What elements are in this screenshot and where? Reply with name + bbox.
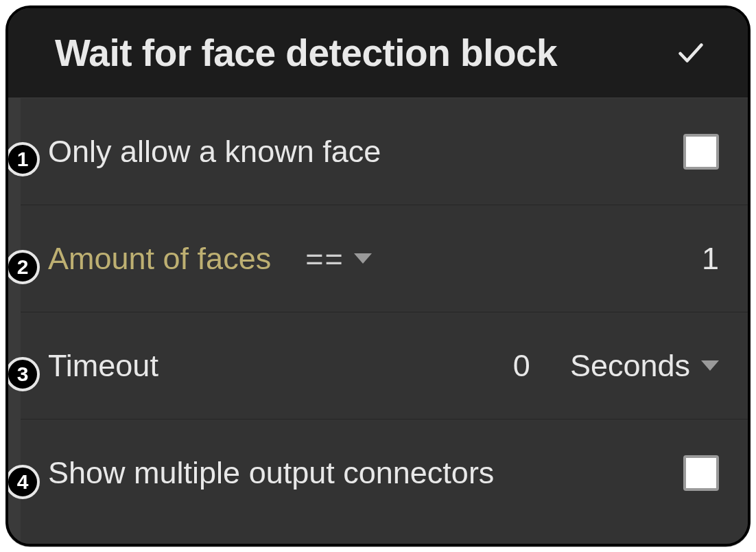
operator-value: ==: [305, 241, 344, 277]
timeout-unit-value: Seconds: [570, 348, 690, 384]
row-only-allow-known-face: Only allow a known face: [21, 98, 748, 205]
rows-container: Only allow a known face Amount of faces …: [21, 97, 748, 544]
timeout-label: Timeout: [48, 348, 158, 384]
row-show-multiple-output-connectors: Show multiple output connectors: [21, 419, 748, 527]
scrollbar-thumb[interactable]: [748, 97, 751, 141]
annotation-badge-2: 2: [5, 250, 40, 284]
show-multiple-output-connectors-checkbox[interactable]: [683, 455, 719, 491]
only-allow-known-face-label: Only allow a known face: [48, 134, 381, 170]
timeout-unit-dropdown[interactable]: Seconds: [570, 348, 719, 384]
annotation-badge-3: 3: [5, 357, 40, 391]
show-multiple-output-connectors-label: Show multiple output connectors: [48, 455, 494, 491]
check-icon: [675, 37, 707, 69]
row-amount-of-faces: Amount of faces == 1: [21, 205, 748, 312]
chevron-down-icon: [701, 360, 719, 371]
timeout-value[interactable]: 0: [513, 348, 530, 384]
panel-title: Wait for face detection block: [55, 31, 557, 75]
annotation-badge-4: 4: [5, 465, 40, 499]
amount-of-faces-value[interactable]: 1: [702, 241, 719, 277]
only-allow-known-face-checkbox[interactable]: [683, 134, 719, 170]
row-timeout: Timeout 0 Seconds: [21, 312, 748, 419]
settings-panel: Wait for face detection block Only allow…: [5, 5, 751, 547]
annotation-badge-1: 1: [5, 142, 40, 176]
panel-body: Only allow a known face Amount of faces …: [21, 97, 748, 544]
amount-of-faces-label: Amount of faces: [48, 241, 271, 277]
amount-of-faces-operator-dropdown[interactable]: ==: [305, 241, 372, 277]
confirm-button[interactable]: [672, 34, 709, 71]
panel-header: Wait for face detection block: [8, 8, 748, 97]
chevron-down-icon: [354, 253, 372, 264]
